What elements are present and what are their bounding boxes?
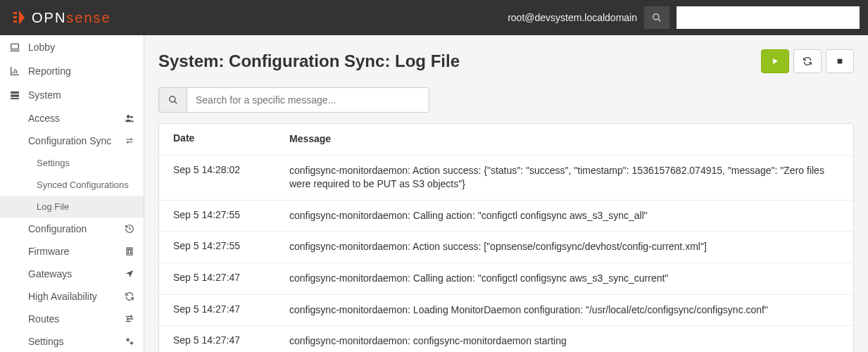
svg-marker-21 (773, 58, 778, 64)
location-icon (124, 268, 135, 279)
chart-icon (8, 65, 21, 77)
sidebar-item-routes[interactable]: Routes (0, 308, 144, 330)
sidebar-item-config-sync[interactable]: Configuration Sync (0, 130, 144, 152)
sidebar-item-logfile[interactable]: Log File (0, 196, 144, 218)
log-date: Sep 5 14:27:55 (173, 209, 289, 223)
svg-point-12 (130, 251, 131, 252)
refresh-icon (124, 291, 135, 302)
play-button[interactable] (761, 49, 789, 73)
sidebar-item-firmware[interactable]: Firmware (0, 240, 144, 263)
header-search-input[interactable] (677, 6, 860, 29)
svg-rect-6 (11, 98, 19, 99)
calculator-icon (124, 246, 135, 257)
sidebar-item-configuration[interactable]: Configuration (0, 218, 144, 240)
log-date: Sep 5 14:27:47 (173, 303, 289, 318)
log-message: configsync-monitordaemon: Action success… (289, 164, 839, 191)
log-table-header: Date Message (159, 124, 853, 156)
table-row: Sep 5 14:27:47configsync-monitordaemon: … (159, 326, 853, 352)
sidebar-item-system[interactable]: System (0, 83, 144, 107)
sidebar-item-synced[interactable]: Synced Configurations (0, 174, 144, 196)
table-row: Sep 5 14:28:02configsync-monitordaemon: … (159, 156, 853, 201)
svg-line-24 (175, 101, 177, 103)
log-message: configsync-monitordaemon: Loading Monito… (289, 303, 839, 318)
svg-rect-2 (11, 44, 19, 49)
col-header-date: Date (173, 132, 289, 146)
table-row: Sep 5 14:27:55configsync-monitordaemon: … (159, 232, 853, 263)
header-bar: OPNsense root@devsystem.localdomain (0, 0, 868, 35)
table-row: Sep 5 14:27:55configsync-monitordaemon: … (159, 201, 853, 232)
user-label[interactable]: root@devsystem.localdomain (508, 12, 637, 23)
sidebar-item-ha[interactable]: High Availability (0, 285, 144, 308)
sidebar: Lobby Reporting System Access Configurat… (0, 35, 144, 352)
table-row: Sep 5 14:27:47configsync-monitordaemon: … (159, 295, 853, 327)
svg-point-23 (169, 96, 175, 102)
page-title: System: Configuration Sync: Log File (158, 51, 460, 71)
history-icon (124, 223, 135, 234)
svg-line-1 (658, 19, 660, 21)
share-icon (124, 313, 135, 325)
svg-point-11 (128, 251, 129, 252)
log-message: configsync-monitordaemon: configsync-mon… (289, 334, 839, 348)
log-date: Sep 5 14:27:47 (173, 334, 289, 348)
sidebar-item-gateways[interactable]: Gateways (0, 263, 144, 285)
log-date: Sep 5 14:27:55 (173, 240, 289, 254)
main-content: System: Configuration Sync: Log File (144, 35, 868, 352)
laptop-icon (8, 41, 21, 54)
svg-rect-10 (128, 249, 132, 251)
logo[interactable]: OPNsense (11, 9, 111, 26)
svg-rect-4 (11, 92, 19, 94)
log-date: Sep 5 14:27:47 (173, 272, 289, 286)
server-icon (8, 89, 21, 101)
stop-button[interactable] (826, 49, 854, 73)
reload-button[interactable] (793, 49, 822, 73)
sidebar-item-lobby[interactable]: Lobby (0, 35, 144, 59)
sidebar-item-reporting[interactable]: Reporting (0, 59, 144, 83)
opnsense-logo-icon (11, 9, 27, 26)
log-search-input[interactable] (187, 87, 429, 113)
table-row: Sep 5 14:27:47configsync-monitordaemon: … (159, 263, 853, 295)
log-date: Sep 5 14:28:02 (173, 164, 289, 191)
users-icon (124, 113, 135, 124)
cogs-icon (124, 336, 135, 347)
svg-point-8 (130, 116, 133, 119)
header-search-button[interactable] (644, 6, 669, 29)
sidebar-item-access[interactable]: Access (0, 107, 144, 130)
log-table: Date Message Sep 5 14:28:02configsync-mo… (158, 123, 854, 352)
svg-rect-5 (11, 94, 19, 96)
exchange-icon (124, 135, 135, 146)
svg-point-14 (130, 253, 131, 253)
svg-point-19 (130, 342, 133, 345)
log-message: configsync-monitordaemon: Calling action… (289, 209, 839, 223)
svg-point-7 (127, 115, 130, 118)
svg-point-13 (128, 253, 129, 253)
sidebar-item-sync-settings[interactable]: Settings (0, 152, 144, 174)
sidebar-item-settings[interactable]: Settings (0, 330, 144, 352)
log-message: configsync-monitordaemon: Calling action… (289, 272, 839, 286)
svg-point-0 (653, 14, 659, 20)
logo-text: OPNsense (32, 10, 111, 26)
svg-rect-22 (838, 59, 843, 64)
log-message: configsync-monitordaemon: Action success… (289, 240, 839, 254)
log-search-button[interactable] (158, 87, 187, 113)
col-header-message: Message (289, 132, 839, 146)
